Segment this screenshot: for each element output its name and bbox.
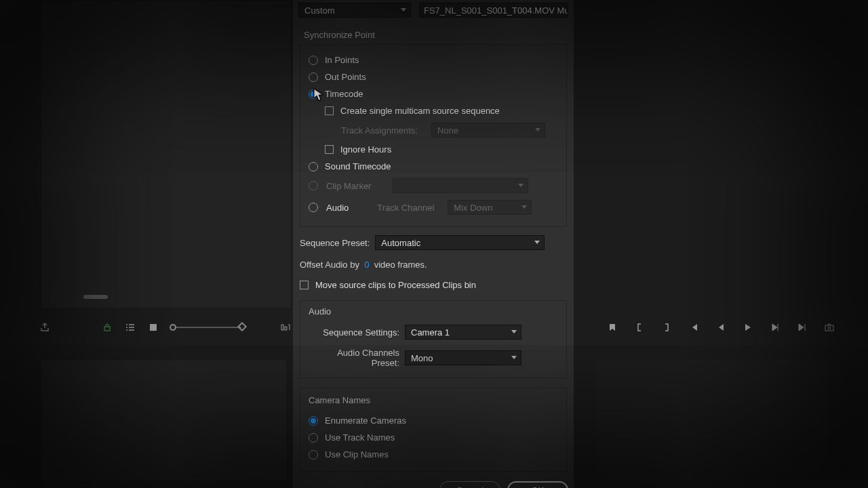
export-icon[interactable]: [39, 322, 50, 333]
lock-icon[interactable]: [102, 322, 113, 333]
chevron-down-icon: [511, 356, 517, 359]
label-clip-names: Use Clip Names: [325, 449, 389, 460]
radio-out-points[interactable]: [309, 73, 318, 82]
play-icon[interactable]: [743, 322, 753, 333]
label-audio: Audio: [326, 203, 349, 213]
chevron-down-icon: [401, 8, 406, 12]
lower-panel-left: [41, 359, 287, 481]
clip-marker-select: [393, 178, 528, 193]
label-sound-tc: Sound Timecode: [325, 161, 391, 171]
icon-view-icon[interactable]: [148, 322, 159, 333]
radio-clip-names[interactable]: [309, 450, 318, 460]
step-fwd-icon[interactable]: [770, 322, 781, 333]
sync-point-title: Synchronize Point: [304, 30, 568, 40]
radio-track-names[interactable]: [309, 433, 318, 443]
chevron-down-icon: [535, 128, 540, 131]
audio-ch-select[interactable]: Mono: [405, 350, 521, 365]
audio-title: Audio: [309, 306, 558, 317]
ok-button[interactable]: OK: [507, 481, 568, 488]
step-back-icon[interactable]: [715, 322, 726, 333]
in-bracket-icon[interactable]: [634, 322, 645, 333]
go-to-out-icon[interactable]: [797, 322, 808, 333]
label-enum-cameras: Enumerate Cameras: [325, 415, 406, 426]
sort-icon[interactable]: [279, 322, 290, 333]
track-channel-select: Mix Down: [448, 200, 532, 215]
checkbox-create-single[interactable]: [325, 106, 334, 115]
snapshot-icon[interactable]: [824, 322, 835, 333]
radio-audio[interactable]: [309, 203, 318, 212]
label-audio-seq: Sequence Settings:: [310, 327, 399, 338]
label-ignore-hours: Ignore Hours: [340, 144, 391, 155]
cancel-button[interactable]: Cancel: [439, 481, 500, 488]
video-preset-select[interactable]: Custom: [298, 3, 411, 18]
chevron-down-icon: [518, 184, 524, 187]
marker-icon[interactable]: [607, 322, 618, 333]
audio-seq-select[interactable]: Camera 1: [405, 325, 521, 340]
label-out-points: Out Points: [325, 72, 366, 82]
lower-panel-right: [597, 359, 829, 481]
checkbox-ignore-hours[interactable]: [325, 145, 334, 154]
radio-timecode[interactable]: [309, 89, 318, 99]
svg-rect-0: [104, 327, 110, 331]
track-assignments-select: None: [431, 123, 545, 138]
label-track-assign: Track Assignments:: [341, 125, 418, 136]
svg-point-4: [828, 327, 831, 329]
svg-rect-1: [150, 324, 157, 331]
audio-group: Audio Sequence Settings: Camera 1 Audio …: [300, 300, 567, 378]
list-icon[interactable]: [125, 322, 136, 333]
sequence-preset-select[interactable]: Automatic: [375, 235, 545, 250]
source-panel: [41, 0, 292, 308]
svg-rect-3: [825, 325, 833, 331]
radio-sound-timecode[interactable]: [309, 162, 318, 171]
video-preset-value: Custom: [304, 5, 335, 16]
radio-enum-cameras[interactable]: [309, 416, 318, 426]
label-create-single: Create single multicam source sequence: [340, 106, 500, 116]
label-move-source: Move source clips to Processed Clips bin: [315, 280, 476, 290]
transport-toolbar: [607, 317, 858, 338]
sequence-name-input[interactable]: FS7_NL_S001_S001_T004.MOV Mu: [419, 3, 568, 18]
out-bracket-icon[interactable]: [661, 322, 672, 333]
radio-clip-marker: [309, 181, 318, 190]
multicam-dialog: Custom FS7_NL_S001_S001_T004.MOV Mu Sync…: [293, 0, 574, 488]
chevron-down-icon: [511, 330, 517, 333]
label-track-channel: Track Channel: [377, 203, 434, 213]
radio-in-points[interactable]: [309, 56, 318, 65]
zoom-slider[interactable]: [171, 327, 241, 328]
go-to-in-icon[interactable]: [688, 322, 699, 333]
checkbox-move-source[interactable]: [300, 281, 309, 289]
chevron-down-icon: [534, 241, 540, 244]
camera-names-title: Camera Names: [306, 395, 373, 405]
scrollbar-thumb[interactable]: [83, 295, 108, 299]
camera-names-group: Camera Names Enumerate Cameras Use Track…: [300, 388, 567, 472]
label-seq-preset: Sequence Preset:: [300, 238, 370, 248]
offset-audio-row: Offset Audio by 0 video frames.: [300, 260, 567, 270]
label-audio-ch: Audio Channels Preset:: [310, 348, 399, 368]
label-in-points: In Points: [325, 55, 359, 65]
label-timecode: Timecode: [325, 89, 363, 99]
chevron-down-icon: [521, 205, 527, 209]
label-clip-marker: Clip Marker: [326, 181, 371, 191]
label-track-names: Use Track Names: [325, 432, 395, 443]
sync-point-group: In Points Out Points Timecode Create sin…: [300, 44, 567, 227]
